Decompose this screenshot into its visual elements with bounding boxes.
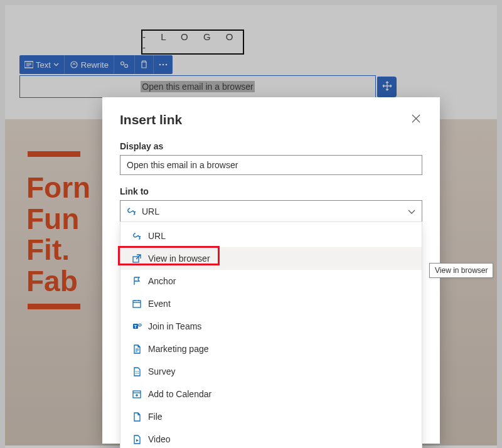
option-add-calendar[interactable]: Add to Calendar [120,383,422,405]
tooltip: View in browser [429,263,493,278]
option-file[interactable]: File [120,405,422,428]
svg-rect-11 [133,301,141,307]
link-to-options: URL View in browser Anchor Event T Join … [120,221,422,448]
svg-point-21 [136,371,137,372]
link-to-selected: URL [142,206,408,216]
flag-icon [132,277,142,285]
svg-point-17 [139,324,141,326]
teams-icon: T [132,322,142,331]
display-as-input[interactable] [120,155,422,175]
file-icon [132,412,142,422]
link-icon [127,207,137,216]
link-icon [132,232,142,240]
option-url[interactable]: URL [120,225,422,247]
option-event[interactable]: Event [120,292,422,315]
option-teams[interactable]: T Join in Teams [120,315,422,338]
page-icon [132,344,142,354]
dialog-title: Insert link [120,112,182,127]
display-as-label: Display as [120,141,422,151]
close-button[interactable] [410,114,422,126]
cal-add-icon [132,390,142,398]
option-marketing-page[interactable]: Marketing page [120,338,422,360]
option-survey[interactable]: Survey [120,360,422,383]
svg-point-22 [136,373,137,374]
link-to-dropdown[interactable]: URL URL View in browser Anchor Event [120,200,422,222]
option-video[interactable]: Video [120,428,422,448]
link-to-label: Link to [120,186,422,196]
insert-link-dialog: Insert link Display as Link to URL URL V… [102,97,440,444]
survey-icon [132,367,142,376]
close-icon [412,114,420,125]
calendar-icon [132,299,142,308]
option-view-in-browser[interactable]: View in browser [120,247,422,270]
chevron-down-icon [408,206,415,217]
option-anchor[interactable]: Anchor [120,270,422,292]
svg-text:T: T [134,324,137,329]
external-icon [132,254,142,263]
video-icon [132,435,142,444]
